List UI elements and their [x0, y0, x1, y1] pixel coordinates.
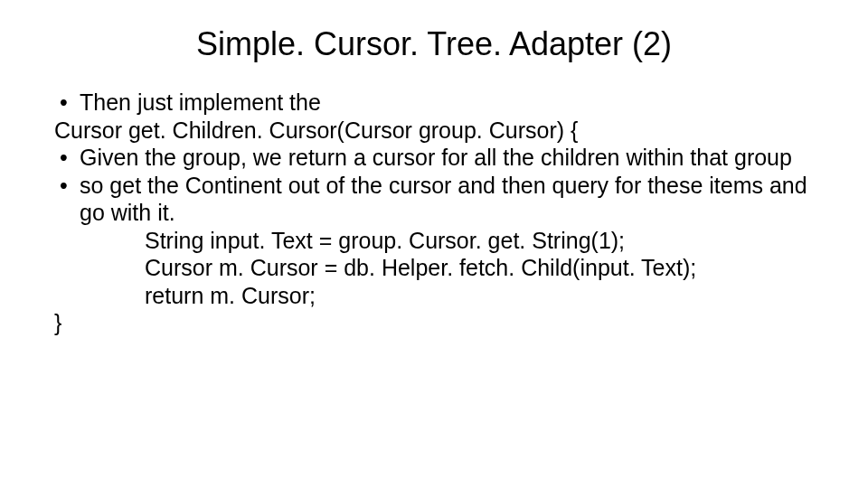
slide: Simple. Cursor. Tree. Adapter (2) Then j… [0, 0, 868, 488]
code-line: String input. Text = group. Cursor. get.… [54, 227, 814, 255]
code-line: Cursor m. Cursor = db. Helper. fetch. Ch… [54, 254, 814, 282]
slide-body: Then just implement the Cursor get. Chil… [54, 89, 814, 337]
code-line: return m. Cursor; [54, 282, 814, 310]
bullet-item: so get the Continent out of the cursor a… [54, 172, 814, 227]
bullet-item: Then just implement the [54, 89, 814, 117]
code-line: Cursor get. Children. Cursor(Cursor grou… [54, 117, 814, 145]
bullet-item: Given the group, we return a cursor for … [54, 144, 814, 172]
bullet-list: Then just implement the [54, 89, 814, 117]
bullet-list: Given the group, we return a cursor for … [54, 144, 814, 227]
code-line: } [54, 309, 814, 337]
slide-title: Simple. Cursor. Tree. Adapter (2) [54, 25, 814, 63]
